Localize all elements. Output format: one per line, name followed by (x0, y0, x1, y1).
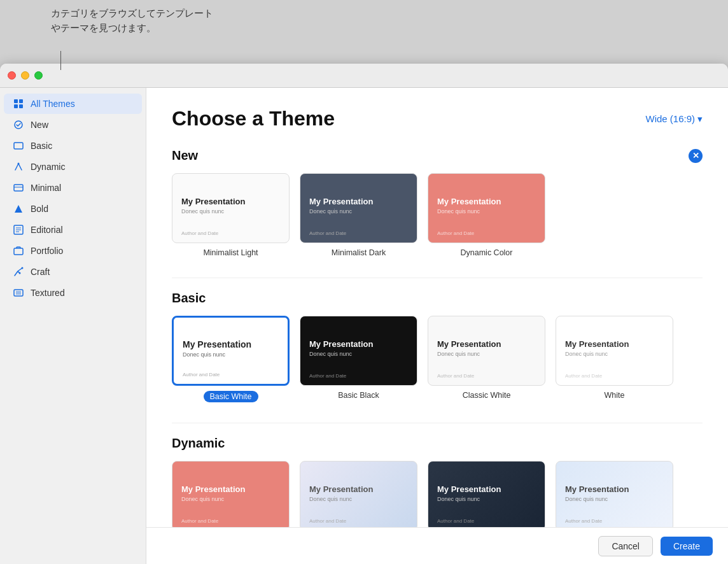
slide-preview: My Presentation Donec quis nunc Author a… (428, 462, 545, 527)
page-title: Choose a Theme (172, 107, 335, 130)
sidebar-item-basic[interactable]: Basic (4, 136, 142, 156)
svg-marker-9 (15, 205, 22, 213)
slide-author: Author and Date (437, 373, 474, 379)
main-window: All Themes New Basic (0, 64, 728, 564)
slide-title: My Presentation (565, 339, 664, 349)
theme-card-dynamic-color[interactable]: My Presentation Donec quis nunc Author a… (172, 461, 290, 527)
slide-preview: My Presentation Donec quis nunc Author a… (172, 174, 289, 243)
slide-title: My Presentation (181, 484, 280, 494)
section-new: New ✕ My Presentation Donec quis nunc Au… (172, 148, 703, 257)
section-basic-header: Basic (172, 291, 703, 306)
theme-thumbnail-basic-black: My Presentation Donec quis nunc Author a… (300, 316, 417, 386)
tooltip-line1: カテゴリをブラウズしてテンプレート (51, 8, 213, 18)
sidebar-item-minimal[interactable]: Minimal (4, 178, 142, 198)
sidebar-item-portfolio[interactable]: Portfolio (4, 241, 142, 261)
portfolio-label: Portfolio (31, 246, 63, 256)
theme-card-basic-black[interactable]: My Presentation Donec quis nunc Author a… (300, 316, 417, 402)
main-content[interactable]: Choose a Theme Wide (16:9) ▾ New ✕ My Pr… (146, 88, 728, 527)
slide-subtitle: Donec quis nunc (181, 208, 280, 215)
slide-author: Author and Date (565, 373, 602, 379)
slide-subtitle: Donec quis nunc (565, 496, 664, 502)
theme-thumbnail-classic-white: My Presentation Donec quis nunc Author a… (428, 316, 545, 386)
create-button[interactable]: Create (661, 537, 713, 556)
theme-label-minimalist-dark: Minimalist Dark (332, 248, 386, 257)
new-icon (13, 119, 24, 130)
portfolio-icon (13, 245, 24, 257)
theme-card-dynamic-waves-light[interactable]: My Presentation Donec quis nunc Author a… (300, 461, 417, 527)
slide-subtitle: Donec quis nunc (181, 496, 280, 502)
content-header: Choose a Theme Wide (16:9) ▾ (172, 107, 703, 130)
slide-title: My Presentation (437, 484, 536, 494)
sidebar-item-textured[interactable]: Textured (4, 283, 142, 303)
minimize-button[interactable] (21, 71, 29, 80)
slide-preview: My Presentation Donec quis nunc Author a… (174, 318, 288, 384)
theme-thumbnail-dynamic-color: My Presentation Donec quis nunc Author a… (172, 461, 290, 527)
svg-point-16 (19, 272, 21, 274)
theme-thumbnail-basic-white: My Presentation Donec quis nunc Author a… (172, 316, 290, 386)
theme-card-basic-white[interactable]: My Presentation Donec quis nunc Author a… (172, 316, 290, 402)
basic-label: Basic (31, 141, 52, 151)
theme-label-white: White (605, 391, 625, 400)
slide-preview: My Presentation Donec quis nunc Author a… (172, 462, 289, 527)
close-new-section-button[interactable]: ✕ (689, 149, 703, 163)
section-new-title: New (172, 148, 198, 163)
minimal-icon (13, 182, 24, 194)
cancel-button[interactable]: Cancel (598, 536, 653, 556)
theme-label-dynamic-color-new: Dynamic Color (461, 248, 513, 257)
slide-title: My Presentation (437, 197, 536, 206)
slide-title: My Presentation (181, 197, 280, 206)
section-divider-dynamic (172, 423, 703, 423)
slide-author: Author and Date (181, 518, 218, 524)
theme-card-classic-white[interactable]: My Presentation Donec quis nunc Author a… (428, 316, 545, 402)
slide-preview: My Presentation Donec quis nunc Author a… (428, 316, 545, 385)
close-button[interactable] (8, 71, 16, 80)
slide-preview: My Presentation Donec quis nunc Author a… (428, 174, 545, 243)
slide-author: Author and Date (437, 518, 474, 524)
sidebar-item-all-themes[interactable]: All Themes (4, 94, 142, 114)
title-bar (0, 64, 728, 88)
footer: Cancel Create (146, 527, 728, 564)
svg-rect-7 (14, 185, 23, 191)
slide-title: My Presentation (309, 197, 408, 206)
sidebar-item-editorial[interactable]: Editorial (4, 220, 142, 240)
theme-card-white[interactable]: My Presentation Donec quis nunc Author a… (556, 316, 673, 402)
sidebar: All Themes New Basic (0, 88, 146, 564)
slide-title: My Presentation (309, 484, 408, 494)
slide-author: Author and Date (309, 373, 346, 379)
theme-thumbnail-white: My Presentation Donec quis nunc Author a… (556, 316, 673, 386)
slide-author: Author and Date (183, 372, 220, 377)
section-dynamic: Dynamic My Presentation Donec quis nunc … (172, 436, 703, 527)
theme-thumbnail-minimalist-light: My Presentation Donec quis nunc Author a… (172, 173, 290, 243)
bold-icon (13, 203, 24, 215)
sidebar-item-dynamic[interactable]: Dynamic (4, 157, 142, 177)
theme-card-minimalist-light[interactable]: My Presentation Donec quis nunc Author a… (172, 173, 290, 257)
svg-rect-3 (19, 104, 23, 108)
theme-card-dynamic-color-new[interactable]: My Presentation Donec quis nunc Author a… (428, 173, 545, 257)
section-divider-basic (172, 278, 703, 278)
theme-card-dynamic-waves-dark[interactable]: My Presentation Donec quis nunc Author a… (428, 461, 545, 527)
slide-subtitle: Donec quis nunc (183, 351, 279, 358)
theme-label-classic-white: Classic White (463, 391, 511, 400)
slide-subtitle: Donec quis nunc (437, 351, 536, 357)
chevron-down-icon: ▾ (697, 113, 703, 125)
sidebar-item-craft[interactable]: Craft (4, 262, 142, 282)
section-basic: Basic My Presentation Donec quis nunc Au… (172, 291, 703, 402)
slide-title: My Presentation (309, 339, 408, 349)
theme-card-dynamic-clouds-light[interactable]: My Presentation Donec quis nunc Author a… (556, 461, 673, 527)
section-dynamic-title: Dynamic (172, 436, 225, 451)
sidebar-item-new[interactable]: New (4, 115, 142, 135)
dynamic-icon (13, 161, 24, 173)
svg-rect-1 (19, 99, 23, 103)
sidebar-item-bold[interactable]: Bold (4, 199, 142, 219)
slide-author: Author and Date (437, 230, 474, 236)
slide-preview: My Presentation Donec quis nunc Author a… (300, 174, 417, 243)
theme-label-minimalist-light: Minimalist Light (203, 248, 258, 257)
maximize-button[interactable] (34, 71, 43, 80)
theme-card-minimalist-dark[interactable]: My Presentation Donec quis nunc Author a… (300, 173, 417, 257)
slide-subtitle: Donec quis nunc (565, 351, 664, 357)
slide-preview: My Presentation Donec quis nunc Author a… (300, 462, 417, 527)
new-theme-grid: My Presentation Donec quis nunc Author a… (172, 173, 703, 257)
tooltip-line2: やテーマを見つけます。 (51, 22, 156, 33)
theme-label-basic-white: Basic White (204, 391, 258, 402)
aspect-ratio-button[interactable]: Wide (16:9) ▾ (645, 113, 703, 125)
